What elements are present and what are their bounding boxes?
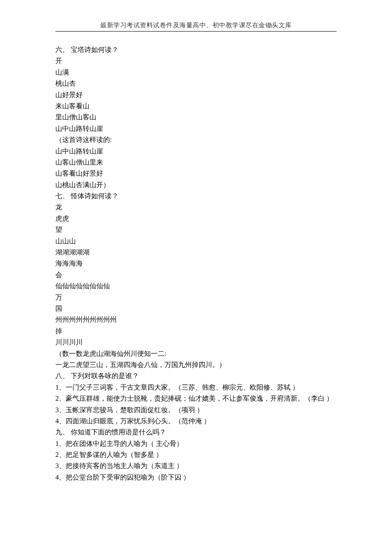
text-line: 山桃山杏满山开） bbox=[55, 179, 337, 191]
text-line: 万 bbox=[55, 292, 337, 303]
document-page: 最新学习考试资料试卷件及海量高中、初中教学课尽在金锄头文库 六、 宝塔诗如何读？… bbox=[0, 0, 392, 555]
text-line: 3、把接待宾客的当地主人喻为（东道主 ） bbox=[55, 460, 337, 471]
text-line: 一龙二虎望三山，五湖四海会八仙，万国九州掉四川。） bbox=[55, 359, 337, 370]
text-line: 2、把足智多谋的人喻为（智多星 ） bbox=[55, 449, 337, 460]
text-line: 八、 下列对联各咏的是谁？ bbox=[55, 370, 337, 382]
text-line: 七、 怪体诗如何读？ bbox=[55, 191, 337, 202]
text-line: （数一数龙虎山湖海仙州川便知一二: bbox=[55, 348, 337, 359]
text-line: 2、豪气压群雄，能使力士脱靴，贵妃捧砚；仙才媲美，不让参军俊逸，开府清新。（李白… bbox=[55, 393, 337, 404]
text-line: 山中山路转山崖 bbox=[55, 123, 337, 134]
text-line: （这首诗这样读的: bbox=[55, 134, 337, 145]
text-line: 仙仙仙仙仙仙仙仙 bbox=[55, 280, 337, 292]
text-line: 州州州州州州州州州 bbox=[55, 314, 337, 325]
text-line: 掉 bbox=[55, 326, 337, 337]
text-line: 望 bbox=[55, 224, 337, 235]
text-line: 虎虎 bbox=[55, 213, 337, 224]
text-line: 山好景好 bbox=[55, 90, 337, 101]
text-line: 开 bbox=[55, 55, 337, 66]
text-line: 1、一门父子三词客，千古文章四大家。（三苏、韩愈、柳宗元、欧阳修、苏轼 ） bbox=[55, 382, 337, 393]
text-line: 里山僧山客山 bbox=[55, 112, 337, 123]
page-header: 最新学习考试资料试卷件及海量高中、初中教学课尽在金锄头文库 bbox=[55, 21, 337, 29]
text-line: 会 bbox=[55, 269, 337, 280]
text-line: 4、把公堂台阶下受审的囚犯喻为（阶下囚 ） bbox=[55, 472, 337, 483]
text-line: 山客看山好景好 bbox=[55, 168, 337, 179]
text-line: 国 bbox=[55, 303, 337, 314]
text-line: 海海海海 bbox=[55, 258, 337, 269]
text-line: 川川川川 bbox=[55, 337, 337, 348]
text-line: 山中山路转山崖 bbox=[55, 146, 337, 157]
text-line: 桃山杏 bbox=[55, 78, 337, 89]
text-line: 山山山 bbox=[55, 236, 337, 247]
text-line: 湖湖湖湖湖 bbox=[55, 247, 337, 258]
text-line: 3、玉帐深宵悲骏马，楚歌四面促红妆。（项羽 ） bbox=[55, 405, 337, 416]
text-line: 龙 bbox=[55, 202, 337, 213]
document-content: 六、 宝塔诗如何读？ 开 山满 桃山杏 山好景好 来山客看山 里山僧山客山 山中… bbox=[55, 44, 337, 483]
text-line: 山满 bbox=[55, 67, 337, 78]
text-line: 1、把在团体中起主导的人喻为（ 主心骨） bbox=[55, 438, 337, 449]
text-line: 山客山僧山里来 bbox=[55, 157, 337, 168]
header-divider bbox=[55, 31, 337, 32]
text-line: 九、 你知道下面的惯用语是什么吗？ bbox=[55, 427, 337, 438]
text-line: 4、四面湖山归眼底，万家忧乐到心头。（范仲淹 ） bbox=[55, 416, 337, 427]
text-line: 六、 宝塔诗如何读？ bbox=[55, 44, 337, 55]
text-line: 来山客看山 bbox=[55, 101, 337, 112]
